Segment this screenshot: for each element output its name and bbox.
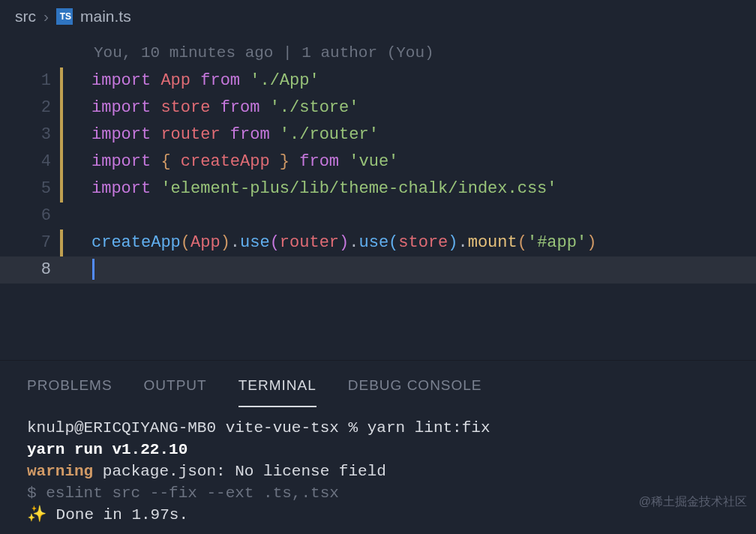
tab-terminal[interactable]: TERMINAL: [238, 374, 316, 407]
line-number: 6: [0, 202, 60, 229]
breadcrumb-folder[interactable]: src: [15, 4, 36, 29]
line-number: 8: [0, 256, 60, 283]
typescript-icon: TS: [56, 8, 73, 25]
git-gutter-modified: [60, 94, 63, 122]
code-line[interactable]: import { createApp } from 'vue': [92, 148, 398, 175]
git-gutter-modified: [60, 176, 63, 202]
tab-problems[interactable]: PROBLEMS: [27, 374, 112, 407]
code-line[interactable]: import App from './App': [92, 68, 320, 94]
watermark: @稀土掘金技术社区: [639, 492, 747, 512]
line-number: 5: [0, 176, 60, 202]
breadcrumb: src › TS main.ts: [0, 0, 756, 33]
code-line[interactable]: import 'element-plus/lib/theme-chalk/ind…: [92, 176, 557, 202]
git-blame-annotation: You, 10 minutes ago | 1 author (You): [0, 40, 756, 66]
code-line[interactable]: import router from './router': [92, 122, 379, 148]
line-number: 4: [0, 148, 60, 175]
tab-debug-console[interactable]: DEBUG CONSOLE: [348, 374, 482, 407]
line-number: 7: [0, 230, 60, 256]
sparkles-icon: ✨: [27, 506, 46, 524]
tab-output[interactable]: OUTPUT: [144, 374, 207, 407]
git-gutter-modified: [60, 68, 63, 94]
code-editor[interactable]: 1 import App from './App' 2 import store…: [0, 68, 756, 284]
text-cursor: [92, 259, 94, 280]
chevron-right-icon: ›: [44, 4, 49, 29]
git-gutter-modified: [60, 148, 63, 176]
bottom-panel: PROBLEMS OUTPUT TERMINAL DEBUG CONSOLE k…: [0, 360, 756, 534]
line-number: 1: [0, 68, 60, 94]
terminal-output[interactable]: knulp@ERICQIYANG-MB0 vite-vue-tsx % yarn…: [0, 407, 756, 534]
git-gutter-modified: [60, 230, 63, 256]
git-gutter-modified: [60, 122, 63, 148]
breadcrumb-file[interactable]: main.ts: [80, 4, 131, 29]
code-line[interactable]: import store from './store': [92, 94, 358, 121]
line-number: 2: [0, 94, 60, 121]
panel-tabs: PROBLEMS OUTPUT TERMINAL DEBUG CONSOLE: [0, 361, 756, 407]
code-line[interactable]: createApp(App).use(router).use(store).mo…: [92, 230, 596, 256]
code-line[interactable]: [92, 256, 94, 283]
line-number: 3: [0, 122, 60, 148]
